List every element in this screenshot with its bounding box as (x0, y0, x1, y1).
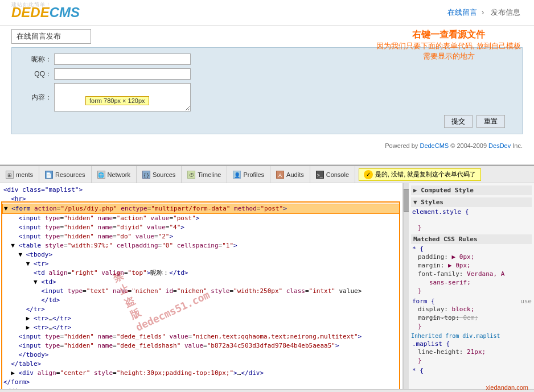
devtools-panel: ⊞ ments 📄 Resources 🌐 Network { } Source… (0, 165, 534, 392)
desdev-link[interactable]: DesDev (488, 142, 511, 149)
html-line[interactable]: ▶ <div align="center" style="height:30px… (2, 369, 400, 378)
tip-line1: 右键一查看源文件 (375, 29, 523, 41)
tab-profiles[interactable]: 👤 Profiles (227, 166, 270, 183)
logo-cms: CMS (50, 5, 80, 20)
html-line: </form> (2, 378, 400, 387)
css-prop-padding: padding: ▶ 0px; (418, 253, 532, 261)
resources-icon: 📄 (45, 171, 53, 179)
html-line[interactable]: ▶ <tr>…</tr> (2, 323, 400, 332)
html-line: <div class="maplist"> (2, 185, 400, 195)
tab-resources-label: Resources (55, 171, 85, 178)
inherited-label: Inherited from div.maplist (411, 333, 532, 339)
css-form-close: } (418, 322, 532, 331)
expand-arrow[interactable]: ▶ (413, 187, 417, 194)
html-line: <input type="hidden" name="dede_fields" … (2, 332, 400, 341)
devtools-tip: ✓ 是的, 没错, 就是复制这个表单代码了 (359, 168, 481, 181)
page-header: 建站如此简单！ DEDE CMS 在线留言 › 发布信息 (0, 0, 534, 26)
css-prop-line-height: line-height: 21px; (418, 348, 532, 356)
css-element-close: } (418, 224, 532, 232)
css-form-source: use (520, 298, 532, 305)
html-line: </table> (2, 360, 400, 369)
html-line: <input type="hidden" name="dede_fieldsha… (2, 341, 400, 350)
html-line: ▼ <tbody> (2, 250, 400, 259)
devtools-toolbar: ⊞ ments 📄 Resources 🌐 Network { } Source… (0, 166, 534, 183)
tab-sources[interactable]: { } Sources (137, 166, 182, 183)
html-line: </tbody> (2, 350, 400, 360)
html-line: </td> (2, 296, 400, 305)
css-prop-font-family-cont: sans-serif; (418, 278, 532, 287)
main-content: 在线留言发布 昵称： QQ： 内容： 提交 重置 (11, 29, 523, 137)
devtools-tip-text: 是的, 没错, 就是复制这个表单代码了 (375, 170, 476, 179)
nav-separator: › (482, 8, 484, 16)
tab-console[interactable]: >_ Console (310, 166, 355, 183)
html-scrollbar[interactable] (403, 183, 409, 389)
html-line: ▼ <table style="width:97%;" cellpadding=… (2, 241, 400, 250)
tab-elements[interactable]: ⊞ ments (0, 166, 39, 183)
html-line: <input type="hidden" name="diyid" value=… (2, 223, 400, 232)
css-universal2-selector: * { (412, 367, 532, 374)
matched-rules-title: Matched CSS Rules (411, 234, 532, 244)
tab-audits-label: Audits (286, 171, 304, 178)
nav-breadcrumb: 在线留言 › 发布信息 (447, 7, 523, 18)
tab-timeline[interactable]: ⏱ Timeline (182, 166, 227, 183)
input-nickname[interactable] (54, 53, 191, 65)
tab-timeline-label: Timeline (198, 171, 221, 178)
expand-arrow-styles[interactable]: ▼ (413, 199, 417, 206)
css-rule-element: element.style { } (411, 208, 532, 232)
nav-current: 发布信息 (491, 8, 520, 16)
tab-network[interactable]: 🌐 Network (92, 166, 137, 183)
html-line: <input type="hidden" name="action" value… (2, 214, 400, 223)
tab-sources-label: Sources (153, 171, 175, 178)
html-line: </div> (2, 387, 400, 389)
form-buttons: 提交 重置 (23, 115, 511, 128)
sources-icon: { } (142, 171, 150, 179)
css-rule-close: } (418, 287, 532, 295)
css-prop-margin: margin: ▶ 0px; (418, 261, 532, 270)
html-line-selected[interactable]: ▼ <form action="/plus/diy.php" enctype="… (2, 204, 400, 214)
nav-link[interactable]: 在线留言 (447, 8, 477, 16)
html-line: <td align="right" valign="top">昵称：</td> (2, 269, 400, 278)
css-prop-font-family: font-family: Verdana, A (418, 270, 532, 278)
label-qq: QQ： (23, 69, 52, 79)
tab-console-label: Console (326, 171, 349, 178)
tab-network-label: Network (108, 171, 130, 178)
css-form-selector: form { (412, 298, 435, 305)
dedecms-link[interactable]: DedeCMS (420, 142, 449, 149)
css-rule-universal: * { padding: ▶ 0px; margin: ▶ 0px; font-… (411, 245, 532, 295)
section-title: 在线留言发布 (11, 29, 91, 44)
label-nickname: 昵称： (23, 55, 52, 64)
css-maplist-close: } (418, 356, 532, 365)
html-line[interactable]: ▶ <tr>…</tr> (2, 314, 400, 323)
html-line: ▼ <tr> (2, 259, 400, 269)
logo-subtitle: 建站如此简单！ (11, 1, 51, 9)
html-line: <hr> (2, 195, 400, 204)
html-line: <input type="text" name="nichen" id="nic… (2, 287, 400, 296)
field-row-qq: QQ： (23, 68, 511, 80)
devtools-main: 禁止盗版dedecms51.com <div class="maplist"> … (0, 183, 534, 389)
check-icon: ✓ (364, 170, 373, 179)
css-prop-display: display: block; (418, 305, 532, 313)
console-icon: >_ (316, 171, 324, 179)
tab-audits[interactable]: A Audits (270, 166, 310, 183)
tab-profiles-label: Profiles (243, 171, 264, 178)
tab-resources[interactable]: 📄 Resources (39, 166, 92, 183)
profiles-icon: 👤 (233, 171, 241, 179)
css-rule-form: form { use display: block; margin-top: 0… (411, 298, 532, 331)
css-prop-margin-top: margin-top: 0em; (418, 313, 532, 322)
devtools-statusbar: xiedandan.com (0, 389, 534, 392)
html-line: <input type="hidden" name="do" value="2"… (2, 232, 400, 241)
network-icon: 🌐 (97, 171, 105, 179)
styles-title: ▼ Styles (411, 197, 532, 207)
label-content: 内容： (23, 93, 52, 102)
css-element-selector: element.style { (412, 208, 532, 216)
page-area: 建站如此简单！ DEDE CMS 在线留言 › 发布信息 在线留言发布 昵称： … (0, 0, 534, 165)
submit-button[interactable]: 提交 (444, 115, 473, 128)
html-viewer: 禁止盗版dedecms51.com <div class="maplist"> … (0, 183, 403, 389)
input-qq[interactable] (54, 68, 191, 80)
bottom-text: xiedandan.com (486, 384, 528, 391)
html-line: ▼ <td> (2, 278, 400, 287)
form-size-indicator: form 780px × 120px (85, 96, 149, 105)
tab-elements-label: ments (16, 171, 33, 178)
css-rule-maplist: .maplist { line-height: 21px; } (411, 340, 532, 365)
reset-button[interactable]: 重置 (477, 115, 505, 128)
